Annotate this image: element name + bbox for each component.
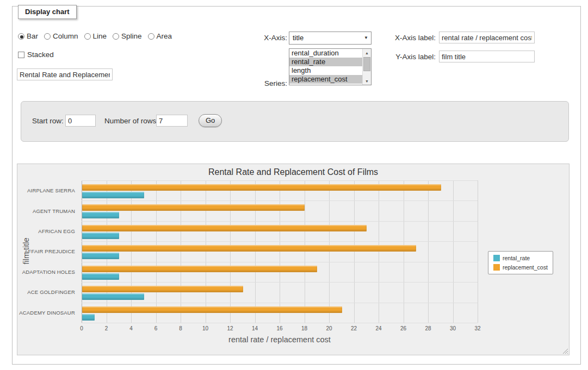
y-axis-label-label: Y-Axis label: xyxy=(366,53,436,61)
band-gridline xyxy=(82,180,478,181)
x-tick-label: 18 xyxy=(301,325,307,331)
band-gridline xyxy=(82,282,478,283)
go-button[interactable]: Go xyxy=(199,114,222,127)
bar-rental_rate[interactable] xyxy=(82,293,144,300)
rows-panel: Start row: Number of rows: Go xyxy=(21,101,569,142)
band-gridline xyxy=(82,200,478,201)
bar-replacement_cost[interactable] xyxy=(82,266,317,272)
legend-label: replacement_cost xyxy=(503,264,548,271)
x-tick-label: 20 xyxy=(326,325,332,331)
category-label: AGENT TRUMAN xyxy=(17,200,78,221)
radio-icon xyxy=(44,33,51,40)
bar-replacement_cost[interactable] xyxy=(82,225,367,231)
radio-label: Spline xyxy=(121,32,142,40)
bar-replacement_cost[interactable] xyxy=(82,245,416,252)
chart-type-radio-area[interactable]: Area xyxy=(148,32,172,40)
radio-icon xyxy=(113,33,119,40)
x-axis-label: X-Axis: xyxy=(241,34,287,42)
resize-handle-icon[interactable] xyxy=(562,348,568,354)
series-options: rental_durationrental_ratelengthreplacem… xyxy=(289,49,362,85)
checkbox-icon xyxy=(18,52,24,58)
stacked-label: Stacked xyxy=(27,51,54,59)
plot-area xyxy=(82,180,478,323)
chart-title-input[interactable] xyxy=(17,68,113,80)
bar-replacement_cost[interactable] xyxy=(82,286,243,292)
bar-rental_rate[interactable] xyxy=(82,273,119,280)
category-label: ACE GOLDFINGER xyxy=(17,282,78,302)
x-tick-label: 22 xyxy=(351,325,357,331)
series-option-replacement_cost[interactable]: replacement_cost xyxy=(289,75,362,84)
series-listbox[interactable]: rental_durationrental_ratelengthreplacem… xyxy=(289,48,372,85)
x-tick-label: 0 xyxy=(80,325,83,331)
radio-icon xyxy=(148,33,154,40)
radio-label: Area xyxy=(157,32,172,40)
x-tick-label: 24 xyxy=(375,325,381,331)
x-axis-select[interactable]: title ▼ xyxy=(289,32,372,45)
start-row-label: Start row: xyxy=(32,117,64,125)
band-gridline xyxy=(82,221,478,222)
x-tick-label: 10 xyxy=(202,325,208,331)
radio-icon xyxy=(84,33,91,40)
x-tick-label: 12 xyxy=(227,325,233,331)
number-of-rows-input[interactable] xyxy=(156,115,188,127)
band-gridline xyxy=(82,323,478,323)
bar-rental_rate[interactable] xyxy=(82,192,144,198)
band-gridline xyxy=(82,262,478,262)
category-label: AIRPLANE SIERRA xyxy=(17,180,78,200)
x-axis-selected-value: title xyxy=(293,34,304,42)
category-labels: AIRPLANE SIERRAAGENT TRUMANAFRICAN EGGAF… xyxy=(17,180,78,323)
radio-label: Line xyxy=(93,32,107,40)
chart-type-radio-line[interactable]: Line xyxy=(84,32,107,40)
x-tick-label: 2 xyxy=(105,325,108,331)
stacked-checkbox[interactable]: Stacked xyxy=(18,51,54,59)
x-tick-label: 32 xyxy=(474,325,480,331)
category-label: ADAPTATION HOLES xyxy=(17,262,78,282)
x-tick-labels: 02468101214161820222426283032 xyxy=(82,325,478,333)
gridline xyxy=(82,180,82,323)
x-tick-label: 26 xyxy=(400,325,406,331)
legend-swatch xyxy=(493,264,500,271)
fieldset-legend: Display chart xyxy=(18,5,77,19)
legend-item-replacement_cost[interactable]: replacement_cost xyxy=(493,264,548,271)
x-axis-label-input[interactable] xyxy=(439,32,535,43)
gridline xyxy=(478,180,478,323)
number-of-rows-label: Number of rows: xyxy=(104,117,158,125)
gridline xyxy=(453,180,454,323)
y-axis-label-input[interactable] xyxy=(439,51,535,62)
gridline xyxy=(428,180,429,323)
chart-legend: rental_ratereplacement_cost xyxy=(488,251,553,274)
legend-swatch xyxy=(493,255,500,261)
series-option-rental_rate[interactable]: rental_rate xyxy=(289,58,362,66)
legend-item-rental_rate[interactable]: rental_rate xyxy=(493,255,548,261)
bar-rental_rate[interactable] xyxy=(82,253,119,259)
chart-type-radio-bar[interactable]: Bar xyxy=(18,32,38,40)
bar-replacement_cost[interactable] xyxy=(82,204,305,211)
scrollbar-down-icon[interactable]: ▼ xyxy=(363,77,371,85)
bar-rental_rate[interactable] xyxy=(82,212,119,218)
series-option-length[interactable]: length xyxy=(289,66,362,75)
category-label: AFFAIR PREJUDICE xyxy=(17,241,78,261)
x-tick-label: 8 xyxy=(179,325,182,331)
x-axis-title: rental rate / replacement cost xyxy=(82,335,478,344)
radio-label: Column xyxy=(53,32,78,40)
x-tick-label: 6 xyxy=(154,325,158,331)
category-label: ACADEMY DINOSAUR xyxy=(17,303,78,323)
series-option-rental_duration[interactable]: rental_duration xyxy=(289,49,362,58)
x-tick-label: 4 xyxy=(129,325,133,331)
chart-type-radio-spline[interactable]: Spline xyxy=(113,32,142,40)
chart-type-radio-column[interactable]: Column xyxy=(44,32,78,40)
x-axis-label-label: X-Axis label: xyxy=(366,34,436,42)
bar-rental_rate[interactable] xyxy=(82,314,95,321)
band-gridline xyxy=(82,303,478,303)
bar-rental_rate[interactable] xyxy=(82,233,119,239)
start-row-input[interactable] xyxy=(65,115,96,127)
band-gridline xyxy=(82,241,478,242)
bar-replacement_cost[interactable] xyxy=(82,306,342,313)
x-tick-label: 14 xyxy=(252,325,258,331)
legend-label: rental_rate xyxy=(503,255,530,261)
x-tick-label: 30 xyxy=(450,325,456,331)
chart-title: Rental Rate and Replacement Cost of Film… xyxy=(17,167,569,177)
chart-type-radio-group: BarColumnLineSplineArea xyxy=(18,32,178,40)
x-tick-label: 16 xyxy=(276,325,282,331)
bar-replacement_cost[interactable] xyxy=(82,184,441,191)
